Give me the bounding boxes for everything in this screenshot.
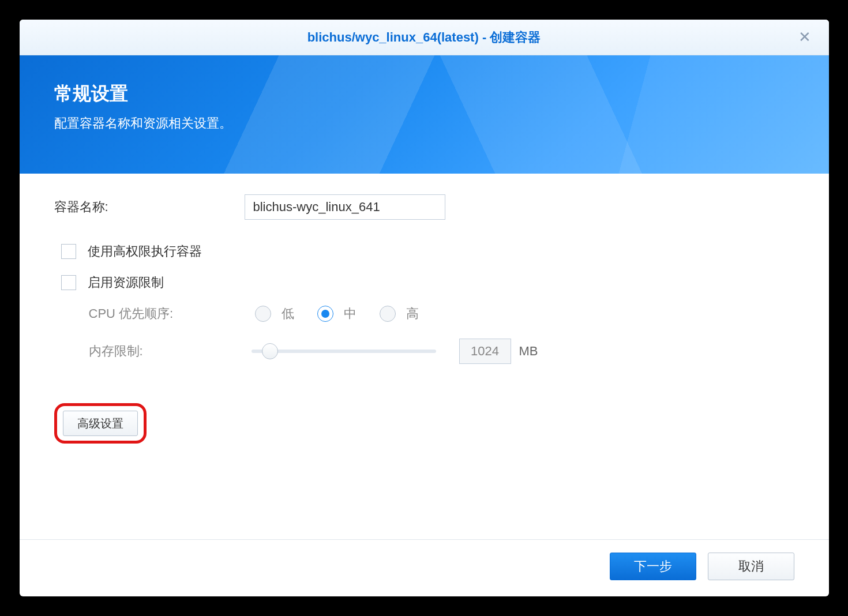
cpu-radio-mid[interactable] <box>317 306 333 322</box>
privileged-label: 使用高权限执行容器 <box>88 243 202 260</box>
cpu-priority-label: CPU 优先顺序: <box>89 305 252 322</box>
create-container-dialog: blichus/wyc_linux_64(latest) - 创建容器 ✕ 常规… <box>20 20 829 596</box>
close-icon[interactable]: ✕ <box>797 29 813 45</box>
slider-thumb-icon[interactable] <box>262 343 278 359</box>
form-content: 容器名称: 使用高权限执行容器 启用资源限制 CPU 优先顺序: 低 中 高 <box>20 174 829 539</box>
privileged-row: 使用高权限执行容器 <box>54 243 794 260</box>
dialog-title: blichus/wyc_linux_64(latest) - 创建容器 <box>307 29 541 46</box>
cpu-priority-row: CPU 优先顺序: 低 中 高 <box>89 305 794 322</box>
banner-heading: 常规设置 <box>54 81 794 107</box>
memory-slider[interactable] <box>252 344 436 358</box>
memory-limit-label: 内存限制: <box>89 343 252 360</box>
cpu-radio-low-label: 低 <box>282 305 294 322</box>
banner-subheading: 配置容器名称和资源相关设置。 <box>54 115 794 132</box>
slider-track <box>252 350 436 353</box>
privileged-checkbox[interactable] <box>61 244 76 259</box>
next-button[interactable]: 下一步 <box>610 553 696 580</box>
resource-limit-checkbox[interactable] <box>61 275 76 290</box>
dialog-footer: 下一步 取消 <box>20 539 829 596</box>
titlebar: blichus/wyc_linux_64(latest) - 创建容器 ✕ <box>20 20 829 55</box>
memory-unit-label: MB <box>519 344 538 359</box>
cancel-button[interactable]: 取消 <box>708 553 794 580</box>
cpu-radio-high-label: 高 <box>406 305 419 322</box>
cpu-radio-low[interactable] <box>255 306 271 322</box>
resource-limit-label: 启用资源限制 <box>88 274 164 291</box>
cpu-radio-mid-label: 中 <box>344 305 357 322</box>
memory-value-input[interactable] <box>459 339 511 364</box>
resource-limit-row: 启用资源限制 <box>54 274 794 291</box>
banner: 常规设置 配置容器名称和资源相关设置。 <box>20 55 829 174</box>
container-name-label: 容器名称: <box>54 198 245 216</box>
advanced-highlight: 高级设置 <box>54 403 147 444</box>
cpu-radio-high[interactable] <box>380 306 396 322</box>
container-name-row: 容器名称: <box>54 194 794 220</box>
advanced-settings-button[interactable]: 高级设置 <box>63 411 138 436</box>
cpu-radio-group: 低 中 高 <box>252 305 434 322</box>
container-name-input[interactable] <box>245 194 445 220</box>
memory-limit-row: 内存限制: MB <box>89 339 794 364</box>
resource-sub-group: CPU 优先顺序: 低 中 高 内存限制: MB <box>54 305 794 364</box>
